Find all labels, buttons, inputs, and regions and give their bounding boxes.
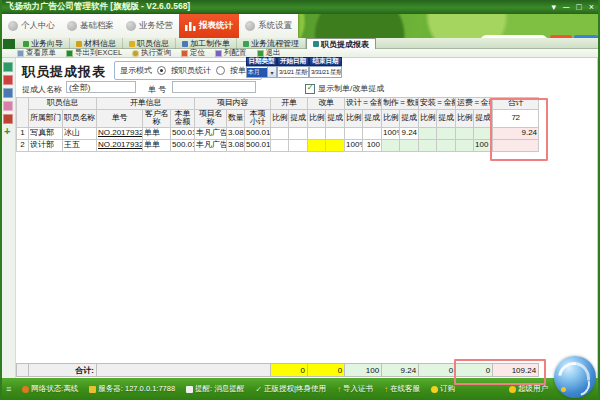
row-number-header <box>17 98 29 128</box>
col-ratio: 比例 <box>419 110 437 128</box>
cell-customer[interactable]: 单单 <box>143 127 171 139</box>
summary-blank <box>17 364 29 377</box>
purchase-icon <box>431 386 438 393</box>
cell-design-ratio[interactable] <box>345 127 363 139</box>
skin-icon[interactable]: ▾ <box>551 3 556 12</box>
order-no-link[interactable]: NO.2017932218032 <box>97 127 143 139</box>
cell-install-comm[interactable] <box>437 139 456 151</box>
cell-staff-name[interactable]: 冰山 <box>63 127 97 139</box>
group-install: 安装 = 金额×0 <box>419 98 456 110</box>
radio-by-order[interactable] <box>216 66 225 75</box>
cell-install-ratio[interactable] <box>419 139 437 151</box>
cell-kaidan-ratio[interactable] <box>271 127 289 139</box>
cell-kaidan-comm[interactable] <box>289 127 308 139</box>
cell-rownum[interactable]: 2 <box>17 139 29 151</box>
cell-freight-ratio[interactable] <box>456 127 474 139</box>
tab-report-statistics[interactable]: 报表统计 <box>179 14 239 38</box>
table-row[interactable]: 2 设计部 王五 NO.2017932218032 单单 500.01 丰凡广告… <box>17 139 539 151</box>
material-icon <box>76 41 82 47</box>
cell-project[interactable]: 丰凡广告 <box>195 127 227 139</box>
start-date-select[interactable]: 3/1/21 星期一 ▾ <box>277 66 309 78</box>
locate-button[interactable]: 定位 <box>181 48 205 58</box>
cell-gaidan-ratio[interactable] <box>308 127 326 139</box>
cell-order-amount[interactable]: 500.01 <box>171 139 195 151</box>
subtab-commission-report[interactable]: 职员提成报表 <box>306 38 376 49</box>
cell-dept[interactable]: 写真部 <box>29 127 63 139</box>
cell-rownum[interactable]: 1 <box>17 127 29 139</box>
add-icon[interactable]: + <box>4 126 10 136</box>
message-reminder[interactable]: 提醒: 消息提醒 <box>186 384 244 394</box>
group-production: 制作 = 数量×3 <box>382 98 419 110</box>
current-user[interactable]: 超级用户 <box>509 384 548 394</box>
cell-production-ratio[interactable]: 100% <box>382 127 400 139</box>
maximize-icon[interactable]: □ <box>576 3 581 12</box>
end-date-select[interactable]: 3/31/21 星期三 ▾ <box>309 66 342 78</box>
order-no-link[interactable]: NO.2017932218032 <box>97 139 143 151</box>
cell-install-ratio[interactable] <box>419 127 437 139</box>
cell-freight-ratio[interactable] <box>456 139 474 151</box>
export-excel-button[interactable]: 导出到EXCEL <box>66 48 122 58</box>
online-support-button[interactable]: ↑ 在线客服 <box>384 384 420 394</box>
order-no-input[interactable] <box>172 81 256 93</box>
cell-design-ratio[interactable]: 100% <box>345 139 363 151</box>
cell-production-comm[interactable]: 9.24 <box>400 127 419 139</box>
col-qty: 数量 <box>227 110 245 128</box>
window-title: 飞扬动力广告公司管理软件 [旗舰版 - V2.6.0.568] <box>6 1 190 13</box>
cell-kaidan-ratio[interactable] <box>271 139 289 151</box>
date-type-select[interactable]: 本月 ▾ <box>246 66 277 78</box>
show-make-change-commission[interactable]: 显示制单/改单提成 <box>305 83 384 94</box>
close-icon[interactable]: × <box>589 3 594 12</box>
sidebar-icon-1[interactable] <box>3 62 13 72</box>
order-purchase-button[interactable]: 订购 <box>431 384 455 394</box>
cell-production-ratio[interactable] <box>382 139 400 151</box>
run-query-button[interactable]: 执行查询 <box>132 48 171 58</box>
column-config-button[interactable]: 列配置 <box>215 48 247 58</box>
minimize-icon[interactable]: ─ <box>563 3 569 12</box>
cell-gaidan-ratio[interactable] <box>308 139 326 151</box>
radio-by-staff-label[interactable]: 按职员统计 <box>171 65 211 76</box>
commission-table: 职员信息 开单信息 项目内容 开单 改单 设计 = 金额×0.2 制作 = 数量… <box>16 97 539 152</box>
group-staff-info: 职员信息 <box>29 98 97 110</box>
group-freight: 运费 = 金额×0 <box>456 98 493 110</box>
toolbar-label: 执行查询 <box>141 48 171 58</box>
person-input[interactable] <box>66 81 136 93</box>
cell-kaidan-comm[interactable] <box>289 139 308 151</box>
cell-project[interactable]: 丰凡广告 <box>195 139 227 151</box>
view-original-button[interactable]: 查看原单 <box>17 48 56 58</box>
end-date-value: 3/31/21 星期三 <box>310 68 342 77</box>
cell-order-amount[interactable]: 500.01 <box>171 127 195 139</box>
col-order-no: 单号 <box>97 110 143 128</box>
col-dept: 所属部门 <box>29 110 63 128</box>
tab-personal-center[interactable]: 个人中心 <box>2 14 61 38</box>
cell-subtotal[interactable]: 500.01 <box>245 139 271 151</box>
summary-gaidan-total: 0 <box>308 364 345 377</box>
cell-install-comm[interactable] <box>437 127 456 139</box>
tab-base-archives[interactable]: 基础档案 <box>61 14 120 38</box>
table-row[interactable]: 1 写真部 冰山 NO.2017932218032 单单 500.01 丰凡广告… <box>17 127 539 139</box>
cell-dept[interactable]: 设计部 <box>29 139 63 151</box>
cell-production-comm[interactable] <box>400 139 419 151</box>
cell-qty[interactable]: 3.08 <box>227 127 245 139</box>
sidebar-icon-3[interactable] <box>3 88 13 98</box>
cell-design-comm[interactable]: 100 <box>363 139 382 151</box>
network-status-text: 网络状态:离线 <box>31 384 78 394</box>
sidebar-icon-5[interactable] <box>3 114 13 124</box>
col-ratio: 比例 <box>271 110 289 128</box>
date-type-header: 日期类型 <box>246 57 277 66</box>
cell-gaidan-comm[interactable] <box>326 139 345 151</box>
cell-customer[interactable]: 单单 <box>143 139 171 151</box>
checkbox-checked-icon[interactable] <box>305 84 315 94</box>
cell-qty[interactable]: 3.08 <box>227 139 245 151</box>
radio-by-staff[interactable] <box>157 66 166 75</box>
import-cert-button[interactable]: ↑ 导入证书 <box>337 384 373 394</box>
tab-business[interactable]: 业务经营 <box>120 14 179 38</box>
sidebar-icon-2[interactable] <box>3 75 13 85</box>
menu-icon[interactable]: ≡ <box>6 385 11 394</box>
toolbar-label: 导出到EXCEL <box>75 48 122 58</box>
cell-design-comm[interactable] <box>363 127 382 139</box>
cell-gaidan-comm[interactable] <box>326 127 345 139</box>
tab-system-settings[interactable]: 系统设置 <box>239 14 298 38</box>
cell-subtotal[interactable]: 500.01 <box>245 127 271 139</box>
cell-staff-name[interactable]: 王五 <box>63 139 97 151</box>
sidebar-icon-4[interactable] <box>3 101 13 111</box>
